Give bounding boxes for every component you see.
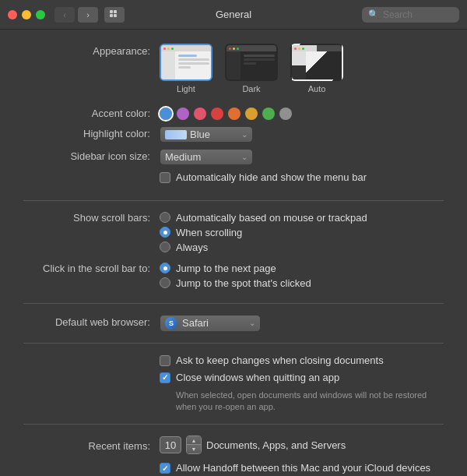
safari-icon: S [165, 317, 177, 330]
accent-purple[interactable] [177, 108, 189, 120]
stepper-down-icon[interactable]: ▼ [187, 445, 201, 453]
sidebar-icon-size-label: Sidebar icon size: [23, 149, 160, 162]
scroll-auto-radio[interactable] [160, 212, 170, 223]
accent-red[interactable] [211, 108, 223, 120]
accent-green[interactable] [262, 108, 275, 120]
sidebar-icon-size-dropdown[interactable]: Medium ⌄ [160, 149, 253, 165]
divider-1 [23, 200, 444, 201]
appearance-dark[interactable]: Dark [225, 44, 278, 93]
click-next-page-label: Jump to the next page [176, 263, 276, 274]
appearance-dark-label: Dark [242, 84, 260, 93]
appearance-light[interactable]: Light [160, 44, 212, 93]
appearance-row: Appearance: [23, 44, 444, 93]
close-windows-row: Close windows when quitting an app [160, 372, 444, 385]
click-scroll-bar-options: Jump to the next page Jump to the spot t… [160, 263, 444, 292]
handoff-checkbox[interactable] [160, 463, 170, 474]
appearance-label: Appearance: [23, 44, 160, 57]
show-scroll-bars-label: Show scroll bars: [23, 212, 160, 224]
recent-items-value[interactable]: 10 [160, 436, 181, 453]
scroll-auto-row: Automatically based on mouse or trackpad [160, 212, 444, 224]
accent-colors-control [160, 106, 444, 120]
close-button[interactable] [8, 10, 17, 19]
svg-rect-1 [114, 10, 117, 13]
click-next-page-radio[interactable] [160, 263, 170, 273]
scroll-always-label: Always [176, 242, 208, 253]
sidebar-icon-size-control: Medium ⌄ [160, 149, 444, 165]
sidebar-icon-size-arrow: ⌄ [241, 153, 248, 161]
window-title: General [216, 9, 251, 20]
accent-orange[interactable] [228, 108, 241, 120]
appearance-light-label: Light [177, 84, 195, 93]
fullscreen-button[interactable] [36, 10, 45, 19]
menu-bar-checkbox-row: Automatically hide and show the menu bar [160, 171, 444, 185]
highlight-color-row: Highlight color: Blue ⌄ [23, 126, 444, 143]
scroll-when-scrolling-row: When scrolling [160, 227, 444, 238]
divider-2 [23, 303, 444, 304]
handoff-checkbox-row: Allow Handoff between this Mac and your … [160, 462, 444, 475]
highlight-color-dropdown[interactable]: Blue ⌄ [160, 126, 253, 143]
appearance-auto[interactable]: Auto [290, 44, 343, 93]
close-windows-label: Close windows when quitting an app [176, 372, 339, 385]
default-browser-label: Default web browser: [23, 315, 160, 328]
ask-keep-changes-checkbox[interactable] [160, 355, 170, 366]
click-scroll-bar-row: Click in the scroll bar to: Jump to the … [23, 263, 444, 292]
recent-items-stepper[interactable]: ▲ ▼ [186, 435, 202, 454]
close-documents-row: Ask to keep changes when closing documen… [23, 354, 444, 414]
appearance-auto-thumb [290, 44, 343, 81]
svg-rect-0 [110, 10, 113, 13]
traffic-lights [8, 10, 45, 19]
svg-rect-2 [110, 14, 113, 17]
handoff-row: Allow Handoff between this Mac and your … [23, 462, 444, 476]
default-browser-value: Safari [182, 317, 244, 329]
accent-graphite[interactable] [279, 108, 292, 120]
highlight-color-arrow: ⌄ [241, 130, 248, 139]
accent-color-label: Accent color: [23, 106, 160, 119]
default-browser-arrow: ⌄ [249, 319, 255, 327]
accent-yellow[interactable] [245, 108, 258, 120]
menu-bar-checkbox[interactable] [160, 172, 170, 183]
recent-items-row: Recent items: 10 ▲ ▼ Documents, Apps, an… [23, 435, 444, 454]
scroll-always-radio[interactable] [160, 242, 170, 252]
divider-3 [23, 343, 444, 344]
scroll-when-scrolling-radio[interactable] [160, 227, 170, 238]
close-documents-options: Ask to keep changes when closing documen… [160, 354, 444, 414]
menu-bar-checkbox-label: Automatically hide and show the menu bar [176, 171, 367, 185]
search-icon: 🔍 [368, 9, 379, 19]
stepper-up-icon[interactable]: ▲ [187, 436, 201, 445]
recent-items-control: 10 ▲ ▼ Documents, Apps, and Servers [160, 435, 444, 454]
click-spot-row: Jump to the spot that's clicked [160, 277, 444, 289]
svg-rect-3 [114, 14, 117, 17]
appearance-auto-label: Auto [308, 84, 326, 93]
accent-color-row: Accent color: [23, 106, 444, 120]
search-input[interactable] [383, 9, 453, 20]
nav-buttons: ‹ › [54, 7, 98, 23]
highlight-color-value: Blue [190, 129, 238, 140]
highlight-color-control: Blue ⌄ [160, 126, 444, 143]
recent-items-label: Recent items: [23, 439, 160, 452]
scroll-when-scrolling-label: When scrolling [176, 227, 242, 238]
click-spot-radio[interactable] [160, 277, 170, 288]
titlebar: ‹ › General 🔍 [0, 0, 467, 30]
appearance-dark-thumb [225, 44, 278, 81]
search-box: 🔍 [362, 7, 459, 23]
back-button[interactable]: ‹ [54, 7, 75, 23]
show-scroll-bars-options: Automatically based on mouse or trackpad… [160, 212, 444, 256]
minimize-button[interactable] [22, 10, 31, 19]
grid-button[interactable] [104, 7, 125, 23]
forward-button[interactable]: › [78, 7, 98, 23]
sidebar-icon-size-value: Medium [165, 151, 238, 163]
click-spot-label: Jump to the spot that's clicked [176, 277, 311, 289]
close-windows-note: When selected, open documents and window… [176, 390, 441, 414]
accent-blue[interactable] [160, 108, 172, 120]
scroll-auto-label: Automatically based on mouse or trackpad [176, 212, 367, 224]
ask-keep-changes-row: Ask to keep changes when closing documen… [160, 354, 444, 368]
close-windows-checkbox[interactable] [160, 372, 170, 383]
ask-keep-changes-label: Ask to keep changes when closing documen… [176, 354, 384, 368]
appearance-options: Light [160, 44, 444, 93]
default-browser-control: S Safari ⌄ [160, 315, 444, 332]
default-browser-dropdown[interactable]: S Safari ⌄ [160, 315, 261, 332]
menu-bar-row: Automatically hide and show the menu bar [23, 171, 444, 189]
accent-pink[interactable] [194, 108, 206, 120]
click-next-page-row: Jump to the next page [160, 263, 444, 274]
show-scroll-bars-row: Show scroll bars: Automatically based on… [23, 212, 444, 256]
